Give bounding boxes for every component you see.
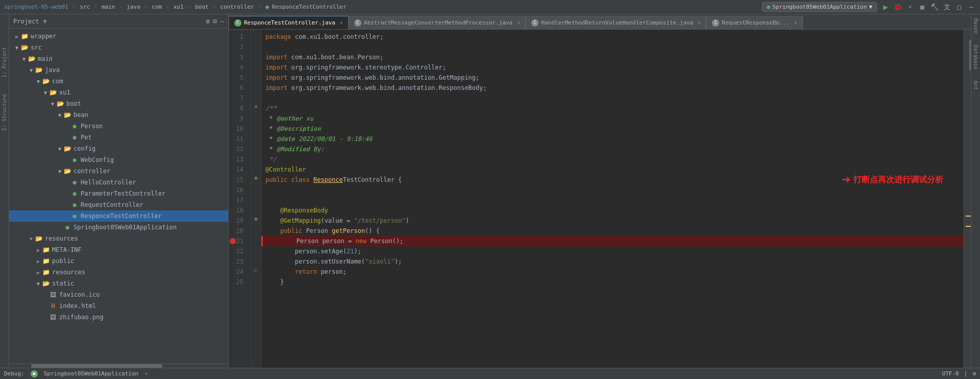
code-line-14[interactable]: @Controller [261, 164, 964, 175]
tab-close-abstract[interactable]: × [517, 20, 520, 26]
code-line-11[interactable]: * @date 2022/08/01 - 9:10:46 [261, 134, 964, 144]
code-line-17[interactable] [261, 195, 964, 205]
plain-23a: person.setUserName( [295, 256, 365, 267]
tree-item-static[interactable]: ▼ 📂 static [9, 278, 228, 289]
tree-label-main: main [38, 55, 53, 62]
tab-abstract-converter[interactable]: C AbstractMessageConverterMethodProcesso… [349, 16, 526, 29]
build-button[interactable]: 🔨 [930, 3, 939, 12]
sidebar-close-icon[interactable]: — [220, 17, 224, 25]
tab-handler-composite[interactable]: C HandlerMethodReturnValueHandlerComposi… [526, 16, 706, 29]
gutter-17 [251, 193, 261, 203]
kw-import-3: import [265, 52, 291, 62]
structure-tab-vertical[interactable]: Z: Structure [1, 92, 8, 133]
run-button[interactable]: ▶ [881, 3, 890, 12]
ln-1: 1 [229, 32, 247, 42]
code-line-19[interactable]: @GetMapping(value = "/test/person") [261, 216, 964, 226]
code-line-8[interactable]: /** [261, 103, 964, 113]
tree-item-config[interactable]: ▼ 📂 config [9, 143, 228, 154]
tab-responce-controller[interactable]: C ResponceTestController.java × [229, 16, 349, 29]
plain-19a: ( [321, 216, 324, 226]
tree-item-com[interactable]: ▼ 📂 com [9, 76, 228, 87]
sidebar-horizontal-scrollbar[interactable] [9, 364, 228, 368]
kw-import-4: import [265, 62, 291, 73]
run-config-selector[interactable]: ● Springboot05Web01Application ▼ [762, 2, 877, 12]
code-line-9[interactable]: * @auther xu [261, 113, 964, 124]
ant-tab[interactable]: Ant [972, 79, 979, 92]
code-line-16[interactable] [261, 185, 964, 195]
stop-button[interactable]: ■ [918, 3, 927, 12]
tree-item-hellocontroller[interactable]: ▶ ● HelloController [9, 177, 228, 188]
tree-item-index-html[interactable]: ▶ H index.html [9, 300, 228, 312]
minimize-button[interactable]: — [967, 3, 976, 12]
tree-item-webconfig[interactable]: ▶ ● WebConfig [9, 154, 228, 165]
comment-13: */ [265, 154, 277, 164]
code-line-10[interactable]: * @Description [261, 124, 964, 134]
code-line-15[interactable]: public class ResponceTestController { ➜ … [261, 175, 964, 185]
tree-label-resources2: resources [52, 269, 85, 276]
gutter-8-fold[interactable]: ≡ [251, 101, 261, 111]
tree-item-pet[interactable]: ▶ ● Pet [9, 132, 228, 143]
status-app-icon: ● [31, 370, 38, 377]
database-tab[interactable]: Database [972, 43, 979, 72]
plain-4a: org.springframework.stereotype. [291, 62, 406, 73]
code-line-21[interactable]: Person person = new Person(); [261, 236, 964, 246]
code-line-3[interactable]: import com.xu1.boot.bean.Person; [261, 52, 964, 62]
class-icon-parametertestcontroller: ● [70, 190, 79, 198]
maximize-button[interactable]: □ [954, 3, 964, 12]
gutter-15-debug[interactable]: ⊙ [251, 173, 261, 183]
tab-close-request[interactable]: × [794, 20, 797, 26]
tree-item-wrapper[interactable]: ▶ 📁 wrapper [9, 31, 228, 42]
status-settings-icon[interactable]: ⚙ [972, 370, 976, 377]
code-line-20[interactable]: public Person getPerson() { [261, 226, 964, 236]
coverage-button[interactable]: ⚡ [905, 3, 915, 12]
ln-20: 20 [229, 226, 247, 236]
code-line-25[interactable]: } [261, 277, 964, 287]
sidebar-collapse-icon[interactable]: ⊟ [213, 17, 217, 25]
tab-close-handler[interactable]: × [698, 20, 701, 26]
tree-item-metainf[interactable]: ▶ 📁 META-INF [9, 244, 228, 255]
code-line-13[interactable]: */ [261, 154, 964, 164]
status-close-icon[interactable]: × [144, 370, 148, 377]
tree-item-favicon[interactable]: ▶ 🖼 favicon.ico [9, 289, 228, 300]
tree-item-boot[interactable]: ▼ 📂 boot [9, 98, 228, 109]
tab-request-response[interactable]: C RequestResponseBo... × [706, 16, 802, 29]
code-line-4[interactable]: import org.springframework.stereotype.Co… [261, 62, 964, 73]
maven-tab[interactable]: Maven [972, 16, 979, 36]
tree-item-controller[interactable]: ▼ 📂 controller [9, 165, 228, 177]
tree-item-parametertestcontroller[interactable]: ▶ ● ParameterTestController [9, 188, 228, 199]
tree-item-resources[interactable]: ▼ 📂 resources [9, 233, 228, 244]
str-19: "/test/person" [354, 216, 405, 226]
tree-item-person[interactable]: ▶ ● Person [9, 121, 228, 132]
tree-item-responcecontroller[interactable]: ▶ ● ResponceTestController [9, 210, 228, 222]
kw-public-15: public [265, 175, 291, 185]
gutter-10 [251, 122, 261, 132]
debug-button[interactable]: 🐞 [893, 3, 902, 12]
tree-item-xu1[interactable]: ▼ 📂 xu1 [9, 87, 228, 98]
code-line-7[interactable] [261, 93, 964, 103]
gutter-24-fold[interactable]: ▷ [251, 265, 261, 275]
gutter-19-debug[interactable]: ⊙ [251, 214, 261, 224]
tree-item-src[interactable]: ▼ 📂 src [9, 42, 228, 53]
project-tab-vertical[interactable]: 1: Project [1, 45, 8, 80]
code-line-18[interactable]: @ResponseBody [261, 205, 964, 216]
code-line-6[interactable]: import org.springframework.web.bind.anno… [261, 83, 964, 93]
code-line-2[interactable] [261, 42, 964, 52]
code-line-5[interactable]: import org.springframework.web.bind.anno… [261, 73, 964, 83]
tree-item-java[interactable]: ▼ 📂 java [9, 64, 228, 76]
tree-item-requestcontroller[interactable]: ▶ ● RequestController [9, 199, 228, 210]
code-line-22[interactable]: person.setAge(21); [261, 246, 964, 256]
tree-item-bean[interactable]: ▼ 📂 bean [9, 109, 228, 121]
translate-button[interactable]: 文 [942, 3, 951, 12]
tree-item-resources2[interactable]: ▶ 📁 resources [9, 267, 228, 278]
tree-item-main[interactable]: ▼ 📂 main [9, 53, 228, 64]
gutter-11 [251, 132, 261, 142]
code-line-23[interactable]: person.setUserName("xiaoli"); [261, 256, 964, 267]
tree-item-public[interactable]: ▶ 📁 public [9, 255, 228, 267]
code-line-24[interactable]: return person; [261, 267, 964, 277]
tab-close-responce[interactable]: × [340, 20, 343, 26]
tree-item-app[interactable]: ▶ ● Springboot05Web01Application [9, 222, 228, 233]
code-line-12[interactable]: * @Modified By: [261, 144, 964, 154]
sidebar-settings-icon[interactable]: ⚙ [206, 17, 210, 25]
code-line-1[interactable]: package com.xu1.boot.controller; [261, 32, 964, 42]
tree-item-zhifubao[interactable]: ▶ 🖼 zhifubao.png [9, 312, 228, 323]
